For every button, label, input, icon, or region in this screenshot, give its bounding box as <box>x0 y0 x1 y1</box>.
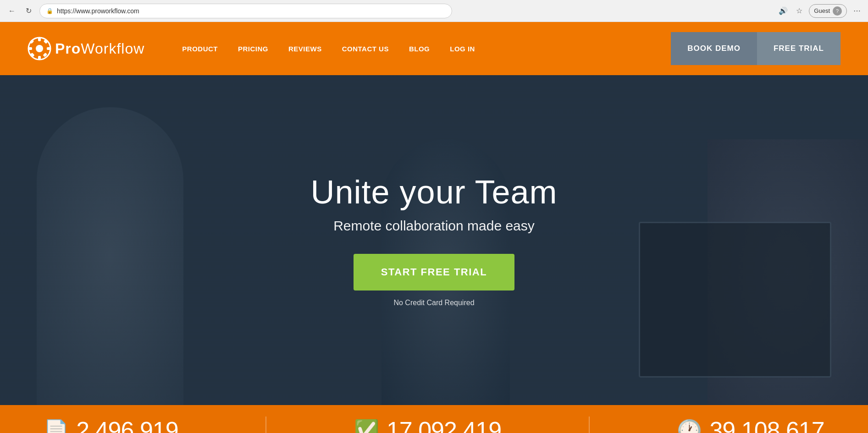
nav-link-reviews[interactable]: REVIEWS <box>278 45 332 53</box>
guest-avatar: ? <box>833 6 842 16</box>
stat-item-2: ✅ 17,092,419 <box>354 417 501 433</box>
book-demo-button[interactable]: BOOK DEMO <box>671 32 757 65</box>
lock-icon: 🔒 <box>46 8 53 14</box>
stat-item-3: 🕐 39,108,617 <box>677 417 824 433</box>
monitor-decoration <box>639 222 831 378</box>
svg-rect-4 <box>28 47 32 50</box>
svg-rect-2 <box>38 38 41 41</box>
logo-icon <box>28 37 51 60</box>
url-text: https://www.proworkflow.com <box>57 7 139 15</box>
no-credit-card-text: No Credit Card Required <box>311 299 558 307</box>
logo-link[interactable]: ProWorkflow <box>28 37 144 60</box>
refresh-button[interactable]: ↻ <box>22 5 35 17</box>
more-options-button[interactable]: ⋯ <box>851 5 862 17</box>
free-trial-button[interactable]: FREE TRIAL <box>757 32 840 65</box>
nav-link-product[interactable]: PRODUCT <box>172 45 228 53</box>
read-aloud-button[interactable]: 🔊 <box>777 5 790 17</box>
browser-right-controls: 🔊 ☆ Guest ? ⋯ <box>777 4 862 18</box>
stats-bar: 📄 2,496,919 ✅ 17,092,419 🕐 39,108,617 <box>0 405 868 433</box>
hero-title: Unite your Team <box>311 173 558 211</box>
start-free-trial-button[interactable]: START FREE TRIAL <box>354 254 514 290</box>
browser-chrome: ← ↻ 🔒 https://www.proworkflow.com 🔊 ☆ Gu… <box>0 0 868 22</box>
back-button[interactable]: ← <box>6 5 18 17</box>
hero-subtitle: Remote collaboration made easy <box>311 218 558 234</box>
stat-icon-documents: 📄 <box>44 418 69 433</box>
hero-content: Unite your Team Remote collaboration mad… <box>311 173 558 307</box>
address-bar[interactable]: 🔒 https://www.proworkflow.com <box>39 4 452 18</box>
stat-icon-tasks: ✅ <box>354 418 379 433</box>
navbar: ProWorkflow PRODUCT PRICING REVIEWS CONT… <box>0 22 868 75</box>
stat-number-3: 39,108,617 <box>709 417 824 433</box>
stat-item-1: 📄 2,496,919 <box>44 417 178 433</box>
stat-icon-hours: 🕐 <box>677 418 702 433</box>
nav-buttons: BOOK DEMO FREE TRIAL <box>671 32 840 65</box>
nav-link-login[interactable]: LOG IN <box>440 45 485 53</box>
guest-profile-button[interactable]: Guest ? <box>809 4 847 18</box>
guest-label: Guest <box>814 7 830 14</box>
nav-link-pricing[interactable]: PRICING <box>228 45 278 53</box>
svg-rect-5 <box>47 47 50 50</box>
svg-point-1 <box>36 45 43 52</box>
stat-divider-1 <box>265 417 266 433</box>
hero-section: Unite your Team Remote collaboration mad… <box>0 75 868 405</box>
nav-link-blog[interactable]: BLOG <box>399 45 440 53</box>
logo-text: ProWorkflow <box>55 40 144 57</box>
svg-rect-3 <box>38 56 41 60</box>
nav-link-contact[interactable]: CONTACT US <box>332 45 399 53</box>
stat-divider-2 <box>589 417 590 433</box>
browser-controls: ← ↻ <box>6 5 35 17</box>
stat-number-2: 17,092,419 <box>387 417 501 433</box>
nav-links: PRODUCT PRICING REVIEWS CONTACT US BLOG … <box>172 45 671 53</box>
favorites-button[interactable]: ☆ <box>794 5 804 17</box>
stat-number-1: 2,496,919 <box>76 417 178 433</box>
